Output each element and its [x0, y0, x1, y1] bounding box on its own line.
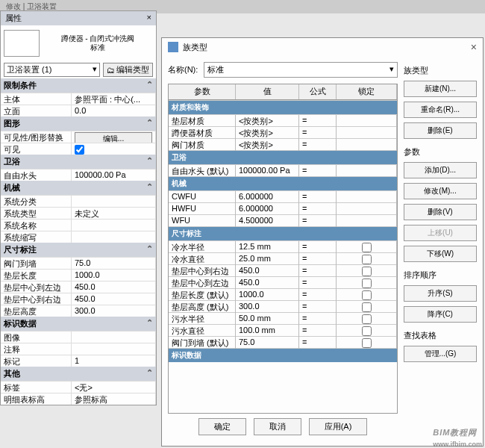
section-header[interactable]: 机械⌃	[1, 181, 156, 195]
dialog-title: 族类型	[183, 42, 207, 53]
close-icon[interactable]: ×	[471, 41, 477, 53]
asc-button[interactable]: 升序(S)	[404, 285, 477, 302]
param-row[interactable]: 垫层高度 (默认)300.0=	[169, 300, 397, 312]
property-row[interactable]: 可见	[1, 143, 156, 155]
type-thumbnail[interactable]	[4, 30, 40, 57]
property-row[interactable]: 系统缩写	[1, 231, 156, 243]
lock-checkbox[interactable]	[362, 338, 372, 348]
param-row[interactable]: HWFU6.000000=	[169, 202, 397, 214]
property-row[interactable]: 图像	[1, 331, 156, 343]
group-family-types: 族类型	[404, 65, 477, 76]
group-header[interactable]: 标识数据	[169, 348, 397, 362]
property-row[interactable]: 注释	[1, 343, 156, 355]
manage-button[interactable]: 管理...(G)	[404, 346, 477, 362]
group-lookup: 查找表格	[404, 330, 477, 341]
section-header[interactable]: 标识数据⌃	[1, 317, 156, 331]
param-row[interactable]: 垫层中心到右边450.0=	[169, 264, 397, 276]
properties-panel: 属性 × 蹲便器 - 自闭式冲洗阀 标准 卫浴装置 (1) ▾ 🗂编辑类型 限制…	[0, 10, 157, 405]
section-header[interactable]: 图形⌃	[1, 116, 156, 131]
add-button[interactable]: 添加(D)...	[404, 162, 477, 178]
family-instance-combo[interactable]: 卫浴装置 (1) ▾	[4, 63, 100, 77]
property-row[interactable]: 系统名称	[1, 219, 156, 231]
param-row[interactable]: 污水半径50.0 mm=	[169, 312, 397, 324]
name-label: 名称(N):	[168, 64, 198, 75]
family-types-dialog: 族类型 × 名称(N): 标准▾ 参数 值 公式 锁定 材质和装饰垫层材质<按类…	[161, 37, 484, 447]
apply-button[interactable]: 应用(A)	[309, 418, 368, 435]
lock-checkbox[interactable]	[362, 279, 372, 288]
param-row[interactable]: 自由水头 (默认)100000.00 Pa=	[169, 164, 397, 176]
close-icon[interactable]: ×	[147, 13, 151, 24]
remove-button[interactable]: 删除(V)	[404, 204, 477, 220]
param-row[interactable]: 蹲便器材质<按类别>=	[169, 126, 397, 138]
property-row[interactable]: 主体参照平面 : 中心(...	[1, 93, 156, 105]
param-row[interactable]: 阀门材质<按类别>=	[169, 138, 397, 150]
grid-header: 参数 值 公式 锁定	[168, 84, 398, 100]
dialog-icon	[168, 42, 178, 52]
property-row[interactable]: 标记1	[1, 355, 156, 367]
collapse-icon[interactable]: ⌃	[146, 80, 153, 91]
panel-title: 属性	[5, 13, 22, 24]
param-row[interactable]: 冷水直径25.0 mm=	[169, 252, 397, 264]
property-row[interactable]: 明细表标高参照标高	[1, 393, 156, 405]
collapse-icon[interactable]: ⌃	[146, 244, 153, 255]
property-row[interactable]: 系统类型未定义	[1, 207, 156, 219]
desc-button[interactable]: 降序(C)	[404, 306, 477, 323]
modify-button[interactable]: 修改(M)...	[404, 183, 477, 199]
property-row[interactable]: 垫层中心到右边450.0	[1, 293, 156, 305]
param-row[interactable]: 污水直径100.0 mm=	[169, 324, 397, 336]
lock-checkbox[interactable]	[362, 290, 372, 300]
up-button: 上移(U)	[404, 225, 477, 241]
collapse-icon[interactable]: ⌃	[146, 318, 153, 329]
delete-button[interactable]: 删除(E)	[404, 122, 477, 139]
section-header[interactable]: 尺寸标注⌃	[1, 243, 156, 257]
group-header[interactable]: 材质和装饰	[169, 100, 397, 114]
group-header[interactable]: 卫浴	[169, 150, 397, 164]
type-name-label: 蹲便器 - 自闭式冲洗阀 标准	[43, 34, 153, 52]
param-row[interactable]: 垫层中心到左边450.0=	[169, 276, 397, 288]
lock-checkbox[interactable]	[362, 302, 372, 312]
lock-checkbox[interactable]	[362, 267, 372, 276]
group-header[interactable]: 机械	[169, 176, 397, 190]
lock-checkbox[interactable]	[362, 243, 372, 252]
property-row[interactable]: 可见性/图形替换编辑...	[1, 131, 156, 143]
ok-button[interactable]: 确定	[198, 418, 246, 435]
property-row[interactable]: 阀门到墙75.0	[1, 257, 156, 269]
section-header[interactable]: 卫浴⌃	[1, 155, 156, 169]
lock-checkbox[interactable]	[362, 314, 372, 324]
property-row[interactable]: 自由水头100000.00 Pa	[1, 169, 156, 181]
param-row[interactable]: 冷水半径12.5 mm=	[169, 240, 397, 252]
param-row[interactable]: 垫层材质<按类别>=	[169, 114, 397, 126]
collapse-icon[interactable]: ⌃	[146, 368, 153, 379]
property-row[interactable]: 立面0.0	[1, 105, 156, 116]
group-header[interactable]: 尺寸标注	[169, 226, 397, 240]
section-header[interactable]: 限制条件⌃	[1, 78, 156, 93]
edit-button[interactable]: 编辑...	[75, 132, 152, 143]
group-params: 参数	[404, 146, 477, 158]
section-header[interactable]: 其他⌃	[1, 367, 156, 381]
param-row[interactable]: 阀门到墙 (默认)75.0=	[169, 336, 397, 348]
rename-button[interactable]: 重命名(R)...	[404, 102, 477, 118]
property-row[interactable]: 垫层中心到左边450.0	[1, 281, 156, 293]
group-sort: 排序顺序	[404, 270, 477, 281]
property-row[interactable]: 系统分类	[1, 195, 156, 207]
collapse-icon[interactable]: ⌃	[146, 182, 153, 193]
lock-checkbox[interactable]	[362, 255, 372, 264]
property-row[interactable]: 标签<无>	[1, 381, 156, 393]
lock-checkbox[interactable]	[362, 326, 372, 336]
type-name-combo[interactable]: 标准▾	[204, 62, 398, 78]
param-row[interactable]: 垫层长度 (默认)1000.0=	[169, 288, 397, 300]
param-row[interactable]: WFU4.500000=	[169, 214, 397, 226]
collapse-icon[interactable]: ⌃	[146, 118, 153, 129]
collapse-icon[interactable]: ⌃	[146, 156, 153, 167]
property-row[interactable]: 垫层高度300.0	[1, 305, 156, 317]
param-row[interactable]: CWFU6.000000=	[169, 190, 397, 202]
cancel-button[interactable]: 取消	[254, 418, 301, 435]
visible-checkbox[interactable]	[75, 145, 84, 155]
down-button[interactable]: 下移(W)	[404, 246, 477, 262]
new-button[interactable]: 新建(N)...	[404, 81, 477, 97]
edit-type-button[interactable]: 🗂编辑类型	[103, 63, 153, 77]
property-row[interactable]: 垫层长度1000.0	[1, 269, 156, 281]
